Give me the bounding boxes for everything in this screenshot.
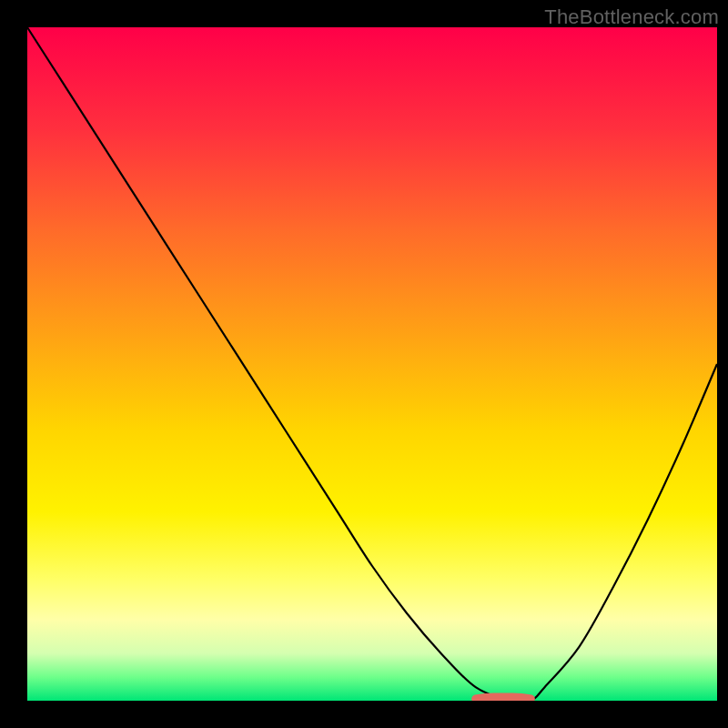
bottleneck-chart: TheBottleneck.com xyxy=(0,0,728,728)
frame-left xyxy=(0,0,27,728)
frame-bottom xyxy=(0,701,728,728)
minimum-highlight xyxy=(476,697,531,699)
chart-svg xyxy=(0,0,728,728)
frame-right xyxy=(717,0,728,728)
plot-background xyxy=(27,27,717,701)
watermark-text: TheBottleneck.com xyxy=(544,5,719,29)
